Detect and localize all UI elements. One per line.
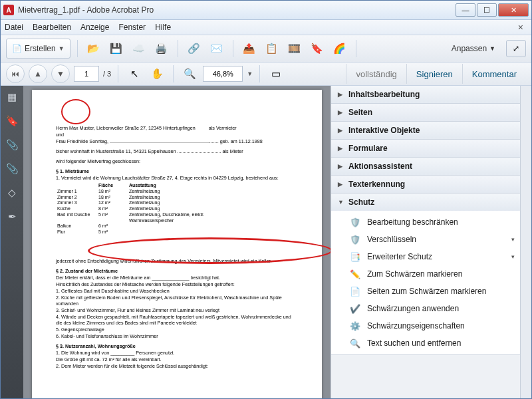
scrollbar[interactable] (520, 86, 531, 398)
schutz-item[interactable]: ✔️Schwärzungen anwenden (331, 300, 520, 317)
triangle-right-icon: ▶ (338, 109, 343, 116)
page-down-button[interactable]: ▼ (51, 65, 70, 83)
multimedia-icon: 🎞️ (288, 43, 301, 55)
tab-kommentar[interactable]: Kommentar (462, 64, 526, 84)
create-label: Erstellen (25, 44, 56, 53)
color-button[interactable]: 🌈 (331, 39, 349, 58)
tool-icon: ✔️ (350, 303, 360, 314)
tool-icon: 🛡️ (350, 217, 360, 227)
schutz-item-label: Text suchen und entfernen (367, 338, 461, 348)
chevron-down-icon: ▼ (59, 45, 65, 52)
share-icon: 🔗 (188, 43, 200, 55)
fullscreen-button[interactable]: ⤢ (506, 40, 526, 57)
hand-icon: ✋ (151, 68, 164, 80)
color-icon: 🌈 (333, 43, 346, 55)
share-button[interactable]: 🔗 (185, 39, 203, 58)
zoom-input[interactable] (203, 66, 243, 82)
save-icon: 💾 (110, 43, 122, 55)
menu-anzeige[interactable]: Anzeige (80, 23, 109, 32)
fit-icon: ▭ (271, 68, 281, 80)
schutz-item-label: Schwärzungseigenschaften (367, 321, 465, 331)
schutz-item[interactable]: 📄Seiten zum Schwärzen markieren (331, 283, 520, 300)
select-tool[interactable]: ↖ (125, 65, 144, 83)
print-icon: 🖨️ (155, 43, 168, 55)
fit-button[interactable]: ▭ (267, 65, 285, 83)
triangle-right-icon: ▶ (338, 127, 343, 134)
annotation-circle (61, 99, 90, 124)
attachments-rail-icon[interactable]: 📎 (6, 139, 18, 151)
zoom-tool[interactable]: 🔍 (180, 65, 199, 83)
menu-close-doc[interactable]: × (514, 22, 527, 33)
minimize-button[interactable]: — (456, 3, 475, 17)
tool-icon: 🛡️ (350, 234, 360, 245)
accordion-interaktive-objekte[interactable]: ▶Interaktive Objekte (331, 122, 520, 139)
schutz-item[interactable]: ✏️Zum Schwärzen markieren (331, 265, 520, 283)
multimedia-button[interactable]: 🎞️ (285, 39, 304, 58)
triangle-right-icon: ▶ (338, 145, 343, 152)
export-button[interactable]: 📤 (240, 39, 259, 58)
titlebar: A Mietvertrag_1.pdf - Adobe Acrobat Pro … (1, 1, 531, 20)
open-button[interactable]: 📂 (84, 39, 103, 58)
folder-icon: 📂 (87, 43, 100, 55)
accordion-inhaltsbearbeitung[interactable]: ▶Inhaltsbearbeitung (331, 86, 520, 103)
chevron-down-icon: ▾ (511, 236, 515, 243)
page-first-button[interactable]: ⏮ (6, 65, 25, 83)
cloud-icon: ☁️ (132, 43, 145, 55)
menubar: Datei Bearbeiten Anzeige Fenster Hilfe × (1, 20, 531, 35)
triangle-down-icon: ▼ (338, 199, 343, 205)
customize-label: Anpassen (452, 44, 487, 53)
page-total: / 3 (103, 70, 111, 78)
accordion-seiten[interactable]: ▶Seiten (331, 104, 520, 121)
pdf-page: Herrn Max Muster, Liebenweiler Straße 27… (32, 90, 322, 398)
accordion-aktionsassistent[interactable]: ▶Aktionsassistent (331, 158, 520, 175)
schutz-item[interactable]: 📑Erweiterter Schutz▾ (331, 248, 520, 265)
thumbnails-icon[interactable]: ▦ (6, 91, 18, 103)
left-rail: ▦ 🔖 📎 📎 ◇ ✒ (1, 86, 23, 398)
page-number-input[interactable] (74, 66, 99, 82)
tool-icon: ⚙️ (350, 321, 360, 331)
bookmarks-icon[interactable]: 🔖 (6, 115, 18, 127)
pointer-icon: ↖ (130, 68, 139, 80)
menu-datei[interactable]: Datei (5, 23, 23, 32)
form-button[interactable]: 📋 (263, 39, 281, 58)
signatures-icon[interactable]: ✒ (6, 211, 18, 223)
customize-button[interactable]: Anpassen ▼ (452, 44, 495, 53)
maximize-button[interactable]: ☐ (477, 3, 497, 17)
layers-icon[interactable]: ◇ (6, 187, 18, 199)
close-button[interactable]: ✕ (498, 3, 529, 17)
tab-signieren[interactable]: Signieren (406, 64, 462, 84)
toolbar-nav: ⏮ ▲ ▼ / 3 ↖ ✋ 🔍 ▼ ▭ vollständig Signiere… (1, 63, 531, 86)
clip-icon[interactable]: 📎 (6, 163, 18, 175)
schutz-item[interactable]: ⚙️Schwärzungseigenschaften (331, 317, 520, 334)
schutz-item-label: Seiten zum Schwärzen markieren (367, 287, 486, 296)
stamp-button[interactable]: 🔖 (308, 39, 327, 58)
schutz-item-label: Zum Schwärzen markieren (367, 269, 462, 279)
cloud-button[interactable]: ☁️ (130, 39, 148, 58)
create-button[interactable]: 📄 Erstellen ▼ (6, 39, 70, 59)
triangle-right-icon: ▶ (338, 91, 343, 98)
chevron-down-icon[interactable]: ▼ (247, 70, 253, 77)
zoom-icon: 🔍 (184, 68, 196, 80)
accordion-texterkennung[interactable]: ▶Texterkennung (331, 176, 520, 193)
email-button[interactable]: ✉️ (207, 39, 226, 58)
schutz-item[interactable]: 🛡️Bearbeitung beschränken (331, 213, 520, 231)
accordion-formulare[interactable]: ▶Formulare (331, 140, 520, 157)
triangle-right-icon: ▶ (338, 163, 343, 170)
menu-bearbeiten[interactable]: Bearbeiten (33, 23, 71, 32)
hand-tool[interactable]: ✋ (148, 65, 166, 83)
menu-hilfe[interactable]: Hilfe (155, 23, 171, 32)
document-area[interactable]: Herrn Max Muster, Liebenweiler Straße 27… (23, 86, 331, 398)
tab-vollstaendig[interactable]: vollständig (346, 64, 406, 84)
menu-fenster[interactable]: Fenster (118, 23, 146, 32)
tool-icon: 🔍 (350, 338, 360, 348)
page-up-button[interactable]: ▲ (29, 65, 47, 83)
schutz-item[interactable]: 🛡️Verschlüsseln▾ (331, 231, 520, 248)
print-button[interactable]: 🖨️ (152, 39, 171, 58)
save-button[interactable]: 💾 (107, 39, 126, 58)
chevron-down-icon: ▼ (489, 45, 495, 52)
schutz-item[interactable]: 🔍Text suchen und entfernen (331, 334, 520, 352)
window-title: Mietvertrag_1.pdf - Adobe Acrobat Pro (18, 5, 456, 15)
schutz-item-label: Verschlüsseln (367, 235, 416, 244)
toolbar-main: 📄 Erstellen ▼ 📂 💾 ☁️ 🖨️ 🔗 ✉️ 📤 📋 🎞️ 🔖 🌈 … (1, 35, 531, 63)
accordion-schutz[interactable]: ▼Schutz (331, 194, 520, 211)
